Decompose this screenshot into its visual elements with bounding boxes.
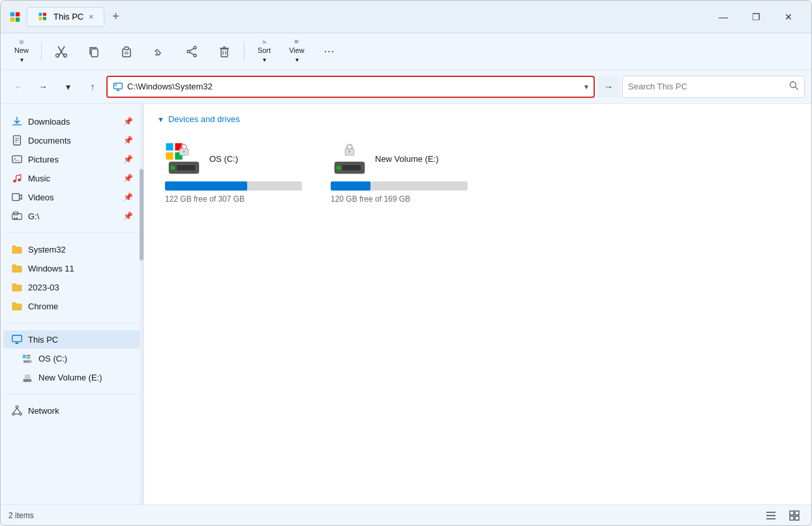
this-pc-label: This PC: [28, 335, 58, 345]
search-input[interactable]: [628, 82, 785, 91]
sidebar-item-g-drive[interactable]: G:\ 📌: [3, 207, 141, 225]
2023-03-label: 2023-03: [28, 283, 59, 292]
svg-rect-2: [10, 17, 14, 21]
drive-c-bar: [165, 181, 247, 191]
sidebar-item-videos[interactable]: Videos 📌: [3, 188, 141, 206]
address-chevron[interactable]: ▾: [584, 82, 588, 91]
address-input-wrapper[interactable]: ▾: [106, 76, 595, 98]
lock-icon-e: [342, 142, 357, 157]
pin-icon-documents: 📌: [123, 136, 133, 145]
tab-label: This PC: [53, 12, 83, 22]
search-icon[interactable]: [789, 80, 799, 93]
svg-rect-31: [295, 40, 296, 41]
drive-c-icon-wrap: [165, 142, 203, 175]
sidebar-item-downloads[interactable]: Downloads 📌: [3, 112, 141, 131]
paste-button[interactable]: [111, 37, 142, 66]
sidebar-item-documents[interactable]: Documents 📌: [3, 131, 141, 149]
svg-point-65: [27, 361, 28, 362]
svg-rect-6: [39, 17, 42, 20]
copy-button[interactable]: [78, 37, 110, 66]
rename-button[interactable]: [143, 37, 175, 66]
svg-rect-4: [39, 12, 42, 16]
sort-button[interactable]: Sort ▾: [248, 37, 280, 66]
delete-button[interactable]: [209, 37, 240, 66]
svg-rect-61: [27, 355, 30, 357]
address-go-button[interactable]: →: [597, 76, 620, 98]
back-button[interactable]: ←: [7, 76, 29, 98]
pin-icon-g: 📌: [123, 211, 133, 221]
share-button[interactable]: [176, 37, 207, 66]
sidebar-item-system32[interactable]: System32: [3, 240, 141, 258]
drives-grid: OS (C:) 122 GB free of 307 GB: [157, 134, 798, 211]
devices-drives-header[interactable]: ▼ Devices and drives: [157, 114, 798, 124]
svg-point-54: [14, 217, 16, 219]
sidebar-item-pictures[interactable]: Pictures 📌: [3, 150, 141, 168]
close-button[interactable]: ✕: [774, 7, 804, 27]
grid-view-button[interactable]: [785, 506, 804, 525]
pictures-icon: [11, 153, 23, 165]
more-button[interactable]: ···: [314, 37, 345, 66]
videos-label: Videos: [28, 193, 54, 202]
forward-button[interactable]: →: [32, 76, 54, 98]
view-button[interactable]: View ▾: [281, 37, 312, 66]
cut-button[interactable]: [46, 37, 77, 66]
up-button[interactable]: ↑: [82, 76, 104, 98]
folder-icon-windows11: [11, 262, 23, 274]
drive-c-name: OS (C:): [209, 154, 238, 164]
sidebar-item-new-volume-e[interactable]: New Volume (E:): [3, 368, 141, 386]
drive-c-item[interactable]: OS (C:) 122 GB free of 307 GB: [157, 134, 310, 211]
drive-body-c: [168, 161, 200, 175]
sidebar-item-windows11[interactable]: Windows 11: [3, 259, 141, 277]
drive-c-free: 122 GB free of 307 GB: [165, 194, 245, 204]
sidebar-item-os-c[interactable]: OS (C:): [3, 349, 141, 367]
svg-rect-34: [297, 42, 298, 43]
sidebar-item-network[interactable]: Network: [3, 401, 141, 420]
music-label: Music: [28, 174, 50, 183]
list-view-button[interactable]: [762, 506, 780, 525]
sort-label: Sort: [258, 46, 271, 54]
minimize-button[interactable]: —: [708, 7, 738, 27]
content-area: ▼ Devices and drives: [144, 104, 811, 504]
drive-e-free: 120 GB free of 169 GB: [331, 194, 410, 204]
folder-icon-system32: [11, 243, 23, 255]
drive-e-item[interactable]: New Volume (E:) 120 GB free of 169 GB: [323, 134, 475, 211]
more-label: ···: [324, 46, 335, 57]
folder-icon-chrome: [11, 300, 23, 312]
sort-chevron: ▾: [263, 56, 266, 63]
network-section: Network: [1, 398, 143, 423]
pictures-label: Pictures: [28, 155, 59, 164]
window-controls: — ❐ ✕: [708, 7, 804, 27]
maximize-button[interactable]: ❐: [741, 7, 771, 27]
new-button[interactable]: New ▾: [6, 37, 37, 66]
sidebar-item-chrome[interactable]: Chrome: [3, 297, 141, 315]
system32-label: System32: [28, 245, 66, 255]
tab-close-button[interactable]: ×: [89, 12, 93, 22]
videos-icon: [11, 191, 23, 203]
window-tab[interactable]: This PC ×: [27, 7, 104, 27]
sidebar-divider-2: [6, 322, 138, 323]
svg-rect-1: [16, 12, 20, 16]
sidebar-item-2023-03[interactable]: 2023-03: [3, 278, 141, 296]
svg-point-19: [194, 54, 196, 57]
recent-button[interactable]: ▾: [57, 76, 79, 98]
svg-rect-52: [12, 194, 20, 201]
svg-rect-94: [795, 511, 799, 515]
search-wrapper[interactable]: [622, 76, 805, 98]
drive-e-header: New Volume (E:): [331, 142, 439, 175]
drive-e-icon-small: [22, 371, 33, 383]
svg-point-71: [12, 413, 15, 416]
sidebar-item-music[interactable]: Music 📌: [3, 169, 141, 187]
status-bar: 2 items: [1, 504, 811, 525]
sidebar: Downloads 📌 Documents 📌 Pictures 📌 Music: [1, 104, 144, 504]
svg-rect-78: [166, 152, 173, 159]
address-input[interactable]: [127, 82, 580, 91]
new-tab-button[interactable]: +: [112, 10, 119, 23]
sidebar-scrollbar-thumb[interactable]: [140, 169, 143, 260]
svg-rect-60: [23, 355, 26, 358]
svg-point-51: [18, 178, 21, 181]
drive-e-bar-wrap: [331, 181, 468, 191]
sidebar-item-this-pc[interactable]: This PC: [3, 330, 141, 348]
network-icon: [11, 405, 23, 416]
svg-rect-23: [221, 49, 228, 57]
svg-line-22: [190, 52, 194, 55]
